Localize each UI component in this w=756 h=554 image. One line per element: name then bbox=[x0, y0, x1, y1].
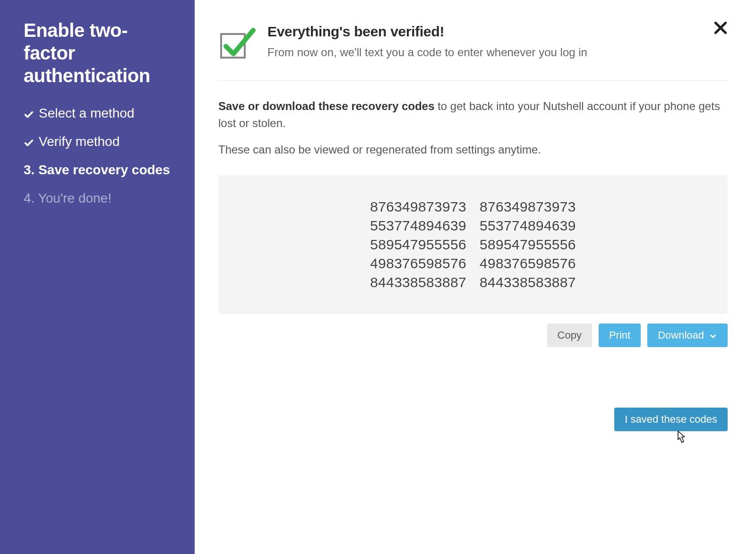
copy-button[interactable]: Copy bbox=[547, 324, 592, 347]
step-label: Verify method bbox=[39, 134, 120, 149]
instructions-sub: These can also be viewed or regenerated … bbox=[218, 141, 728, 158]
action-row: Copy Print Download bbox=[218, 324, 728, 347]
main-content: Everything's been verified! From now on,… bbox=[195, 0, 756, 554]
copy-label: Copy bbox=[558, 329, 582, 341]
recovery-code: 553774894639 bbox=[480, 218, 576, 234]
close-button[interactable] bbox=[711, 19, 730, 38]
step-save-recovery: 3. Save recovery codes bbox=[24, 162, 171, 178]
close-icon bbox=[712, 31, 729, 38]
saved-codes-button[interactable]: I saved these codes bbox=[614, 408, 728, 431]
chevron-down-icon bbox=[709, 331, 717, 340]
verified-title: Everything's been verified! bbox=[267, 24, 587, 40]
recovery-code: 876349873973 bbox=[370, 199, 466, 215]
recovery-code: 876349873973 bbox=[480, 199, 576, 215]
recovery-code: 498376598576 bbox=[480, 256, 576, 272]
instructions: Save or download these recovery codes to… bbox=[218, 98, 728, 132]
cursor-pointer-icon bbox=[674, 430, 687, 446]
recovery-code: 553774894639 bbox=[370, 218, 466, 234]
download-label: Download bbox=[658, 329, 704, 341]
recovery-code: 844338583887 bbox=[480, 274, 576, 290]
step-list: Select a method Verify method 3. Save re… bbox=[24, 106, 171, 206]
header-text: Everything's been verified! From now on,… bbox=[267, 24, 587, 60]
check-icon bbox=[24, 136, 34, 147]
step-label: 4. You're done! bbox=[24, 191, 112, 206]
recovery-code: 844338583887 bbox=[370, 274, 466, 290]
recovery-code: 589547955556 bbox=[480, 237, 576, 253]
check-icon bbox=[24, 108, 34, 119]
print-label: Print bbox=[609, 329, 630, 341]
recovery-code: 589547955556 bbox=[370, 237, 466, 253]
verified-checkbox-icon bbox=[218, 26, 256, 63]
saved-codes-label: I saved these codes bbox=[625, 413, 717, 425]
step-verify-method: Verify method bbox=[24, 134, 171, 149]
step-select-method: Select a method bbox=[24, 106, 171, 121]
download-button[interactable]: Download bbox=[647, 324, 728, 347]
instructions-bold: Save or download these recovery codes bbox=[218, 100, 435, 112]
verified-header: Everything's been verified! From now on,… bbox=[218, 24, 728, 81]
sidebar-title: Enable two-factor authentication bbox=[24, 19, 171, 87]
step-done: 4. You're done! bbox=[24, 191, 171, 206]
recovery-codes-grid: 876349873973 876349873973 553774894639 5… bbox=[370, 199, 576, 290]
verified-subtitle: From now on, we'll text you a code to en… bbox=[267, 44, 587, 60]
recovery-codes-box: 876349873973 876349873973 553774894639 5… bbox=[218, 175, 728, 314]
print-button[interactable]: Print bbox=[599, 324, 641, 347]
recovery-code: 498376598576 bbox=[370, 256, 466, 272]
step-label: 3. Save recovery codes bbox=[24, 162, 170, 178]
step-label: Select a method bbox=[39, 106, 134, 121]
sidebar: Enable two-factor authentication Select … bbox=[0, 0, 195, 554]
